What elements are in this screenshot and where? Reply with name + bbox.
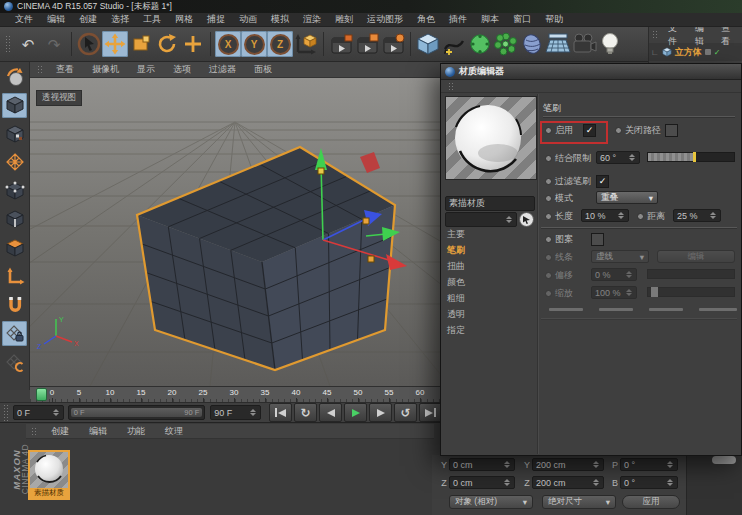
- add-cube-button[interactable]: [415, 31, 441, 57]
- value-spinner[interactable]: [666, 459, 674, 471]
- snap-button[interactable]: [2, 293, 27, 318]
- size-z-field[interactable]: 200 cm: [532, 476, 604, 489]
- view-label[interactable]: 透视视图: [36, 90, 82, 106]
- material-preview[interactable]: [445, 96, 537, 180]
- goto-end-button[interactable]: [419, 403, 442, 422]
- animation-dot[interactable]: [545, 195, 552, 202]
- apply-button[interactable]: 应用: [622, 495, 680, 509]
- add-generator-button[interactable]: [493, 31, 519, 57]
- value-spinner[interactable]: [666, 477, 674, 489]
- material-name-field[interactable]: 素描材质: [445, 196, 535, 211]
- undo-button[interactable]: ↶: [15, 31, 41, 57]
- points-mode-button[interactable]: [2, 178, 27, 203]
- animation-dot[interactable]: [615, 127, 622, 134]
- timeline-ruler[interactable]: 0 5 10 15 20 25 30 35 40 45 50 55 60: [30, 386, 442, 402]
- vp-menu-item[interactable]: 过滤器: [200, 63, 245, 76]
- menubar-item[interactable]: 工具: [136, 13, 168, 26]
- menubar-item[interactable]: 插件: [442, 13, 474, 26]
- mat-menu-item[interactable]: 创建: [41, 425, 79, 438]
- value-spinner[interactable]: [503, 477, 511, 489]
- pattern-checkbox[interactable]: [591, 233, 604, 246]
- edges-mode-button[interactable]: [2, 207, 27, 232]
- add-light-button[interactable]: [597, 31, 623, 57]
- visibility-dot-icon[interactable]: [705, 49, 711, 55]
- distance-field[interactable]: 25 %: [673, 209, 721, 222]
- play-backwards-button[interactable]: ↻: [294, 403, 317, 422]
- menubar-item[interactable]: 文件: [8, 13, 40, 26]
- size-y-field[interactable]: 200 cm: [532, 458, 604, 471]
- vp-menu-item[interactable]: 显示: [128, 63, 164, 76]
- play-button[interactable]: [344, 403, 367, 422]
- channel-color[interactable]: 颜色: [447, 276, 533, 289]
- channel-strokes[interactable]: 笔刷: [447, 244, 533, 257]
- viewport-canvas[interactable]: Y X Z: [30, 78, 442, 386]
- menubar-item[interactable]: 选择: [104, 13, 136, 26]
- menubar-item[interactable]: 脚本: [474, 13, 506, 26]
- value-spinner[interactable]: [628, 152, 636, 164]
- playhead[interactable]: [36, 388, 47, 401]
- lock-x-axis-button[interactable]: X: [215, 31, 241, 57]
- menubar-item[interactable]: 网格: [168, 13, 200, 26]
- next-key-button[interactable]: [369, 403, 392, 422]
- goto-start-button[interactable]: [269, 403, 292, 422]
- value-spinner[interactable]: [592, 459, 600, 471]
- add-camera-button[interactable]: [571, 31, 597, 57]
- animation-dot[interactable]: [545, 236, 552, 243]
- menubar-item[interactable]: 窗口: [506, 13, 538, 26]
- mode-dropdown[interactable]: 重叠 ▾: [596, 191, 658, 204]
- enabled-check-icon[interactable]: ✓: [714, 48, 721, 57]
- make-editable-button[interactable]: [2, 64, 27, 89]
- channel-thickness[interactable]: 粗细: [447, 292, 533, 305]
- render-view-button[interactable]: [328, 31, 354, 57]
- object-name[interactable]: 立方体: [675, 46, 702, 59]
- value-spinner[interactable]: [503, 459, 511, 471]
- live-selection-button[interactable]: [76, 31, 102, 57]
- menubar-item[interactable]: 帮助: [538, 13, 570, 26]
- pick-material-icon[interactable]: [519, 212, 534, 227]
- rot-b-field[interactable]: 0 °: [620, 476, 678, 489]
- animation-dot[interactable]: [545, 213, 552, 220]
- redo-button[interactable]: ↷: [41, 31, 67, 57]
- mat-menu-item[interactable]: 功能: [117, 425, 155, 438]
- frame-spinner[interactable]: [249, 407, 257, 419]
- join-limit-slider[interactable]: [647, 152, 735, 162]
- rotate-tool-button[interactable]: [154, 31, 180, 57]
- enable-workplane-button[interactable]: [2, 350, 27, 375]
- mat-menu-item[interactable]: 纹理: [155, 425, 193, 438]
- model-mode-button[interactable]: [2, 93, 27, 118]
- material-thumbnail[interactable]: 素描材质: [28, 450, 70, 500]
- axis-mode-button[interactable]: [2, 264, 27, 289]
- dialog-title-bar[interactable]: 材质编辑器: [441, 64, 741, 80]
- add-subdivision-surface-button[interactable]: [467, 31, 493, 57]
- texture-mode-button[interactable]: [2, 121, 27, 146]
- vp-menu-item[interactable]: 选项: [164, 63, 200, 76]
- last-tool-button[interactable]: [180, 31, 206, 57]
- menubar-item[interactable]: 编辑: [40, 13, 72, 26]
- animation-dot[interactable]: [545, 155, 552, 162]
- workplane-mode-button[interactable]: [2, 150, 27, 175]
- filter-strokes-checkbox[interactable]: ✓: [596, 175, 609, 188]
- pos-y-field[interactable]: 0 cm: [449, 458, 515, 471]
- polygons-mode-button[interactable]: [2, 236, 27, 261]
- coordinate-system-button[interactable]: [293, 31, 319, 57]
- add-floor-button[interactable]: [545, 31, 571, 57]
- menubar-item[interactable]: 运动图形: [360, 13, 410, 26]
- channel-opacity[interactable]: 透明: [447, 308, 533, 321]
- loop-button[interactable]: ↺: [394, 403, 417, 422]
- range-fill[interactable]: [71, 408, 203, 417]
- menubar-item[interactable]: 创建: [72, 13, 104, 26]
- om-menu-item[interactable]: 查看: [715, 27, 742, 48]
- animation-dot[interactable]: [637, 213, 644, 220]
- vp-menu-item[interactable]: 摄像机: [83, 63, 128, 76]
- end-frame-field[interactable]: 90 F: [210, 405, 261, 420]
- menubar-item[interactable]: 渲染: [296, 13, 328, 26]
- vp-menu-item[interactable]: 面板: [245, 63, 281, 76]
- value-spinner[interactable]: [592, 477, 600, 489]
- value-spinner[interactable]: [617, 210, 625, 222]
- menubar-item[interactable]: 角色: [410, 13, 442, 26]
- close-path-checkbox[interactable]: [665, 124, 678, 137]
- render-region-button[interactable]: [354, 31, 380, 57]
- menubar-item[interactable]: 雕刻: [328, 13, 360, 26]
- value-spinner[interactable]: [505, 214, 513, 226]
- toolbar-grip[interactable]: [5, 35, 12, 53]
